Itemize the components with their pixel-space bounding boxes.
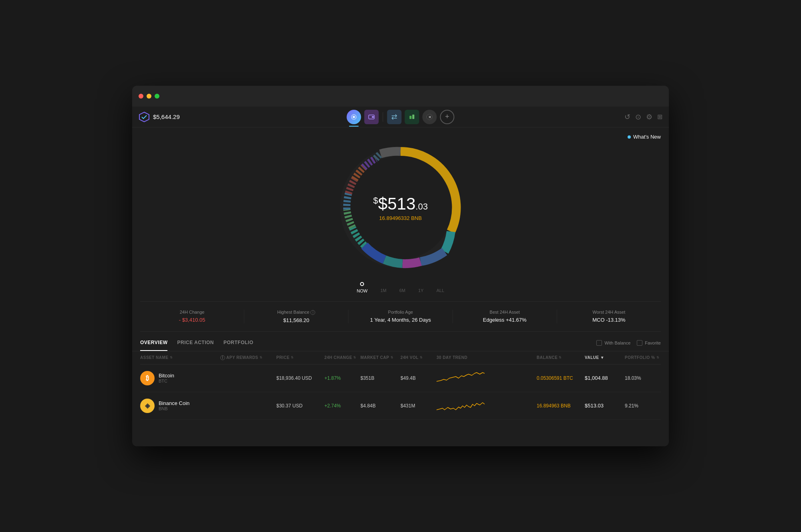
th-trend: 30 DAY TREND	[437, 355, 537, 360]
with-balance-checkbox[interactable]	[596, 340, 602, 346]
stats-row: 24H Change - $3,410.05 Highest Balance i…	[140, 301, 661, 332]
svg-marker-0	[139, 112, 149, 122]
stat-best-asset: Best 24H Asset Edgeless +41.67%	[453, 310, 557, 323]
favorite-filter[interactable]: Favorite	[637, 340, 661, 346]
th-balance[interactable]: BALANCE ⇅	[537, 355, 585, 360]
btc-portfolio: 18.03%	[625, 375, 661, 381]
svg-text:✕: ✕	[428, 115, 431, 119]
th-portfolio[interactable]: PORTFOLIO % ⇅	[625, 355, 661, 360]
donut-chart[interactable]: $$513.03 16.89496332 BNB	[332, 139, 469, 276]
minimize-button[interactable]	[147, 94, 151, 99]
grid-btn[interactable]: ⊞	[657, 113, 662, 121]
sort-asset-icon: ⇅	[170, 356, 173, 359]
plus-nav-btn[interactable]: +	[439, 110, 455, 124]
favorite-checkbox[interactable]	[637, 340, 642, 346]
maximize-button[interactable]	[155, 94, 159, 99]
time-1y[interactable]: 1Y	[418, 282, 423, 293]
close-button[interactable]	[139, 94, 143, 99]
tab-filters: With Balance Favorite	[596, 340, 661, 346]
donut-center: $$513.03 16.89496332 BNB	[373, 194, 428, 221]
sort-apy-icon: ⇅	[260, 356, 263, 359]
asset-table: ASSET NAME ⇅ i APY REWARDS ⇅ PRICE ⇅ 24H…	[132, 351, 669, 420]
tabs-area: OVERVIEW PRICE ACTION PORTFOLIO With Bal…	[132, 335, 669, 351]
tab-price-action[interactable]: PRICE ACTION	[177, 335, 214, 351]
stat-portfolio-age: Portfolio Age 1 Year, 4 Months, 26 Days	[348, 310, 453, 323]
nav-center: ✕ +	[346, 110, 455, 124]
highest-balance-info[interactable]: i	[310, 310, 315, 315]
nav-bar: $5,644.29	[132, 107, 669, 127]
nav-divider	[383, 112, 383, 122]
table-row[interactable]: ◈ Binance Coin BNB $30.37 USD +2.74% $4.…	[140, 392, 661, 420]
th-value[interactable]: VALUE ▼	[585, 355, 625, 360]
stat-worst-value: MCO -13.13%	[564, 317, 654, 323]
history-btn[interactable]: ↺	[624, 113, 630, 121]
apy-info-icon[interactable]: i	[220, 355, 225, 360]
sort-balance-icon: ⇅	[559, 356, 562, 359]
svg-rect-5	[410, 116, 412, 119]
bnb-mcap: $4.84B	[360, 403, 400, 409]
time-all[interactable]: ALL	[437, 282, 445, 293]
sort-vol-icon: ⇅	[420, 356, 423, 359]
stat-highest-value: $11,568.20	[251, 317, 342, 323]
th-24h-vol[interactable]: 24H VOL ⇅	[400, 355, 437, 360]
bnb-vol: $431M	[400, 403, 437, 409]
bnb-portfolio: 9.21%	[625, 403, 661, 409]
profile-btn[interactable]: ⊙	[635, 113, 641, 121]
x-nav-btn[interactable]: ✕	[422, 110, 438, 124]
sort-price-icon: ⇅	[291, 356, 294, 359]
wallet-nav-btn[interactable]	[364, 110, 380, 124]
time-1m[interactable]: 1M	[380, 282, 386, 293]
th-apy[interactable]: i APY REWARDS ⇅	[220, 355, 276, 360]
tab-overview[interactable]: OVERVIEW	[140, 335, 167, 351]
table-header: ASSET NAME ⇅ i APY REWARDS ⇅ PRICE ⇅ 24H…	[140, 351, 661, 365]
titlebar	[132, 86, 669, 107]
th-price[interactable]: PRICE ⇅	[276, 355, 324, 360]
nav-right: ↺ ⊙ ⚙ ⊞	[624, 113, 662, 121]
exchange-nav-btn[interactable]	[386, 110, 403, 124]
stat-best-value: Edgeless +41.67%	[459, 317, 550, 323]
portfolio-nav-btn[interactable]	[346, 110, 362, 124]
btc-asset-cell: ₿ Bitcoin BTC	[140, 371, 220, 385]
bnb-icon: ◈	[140, 399, 155, 413]
tab-portfolio[interactable]: PORTFOLIO	[223, 335, 254, 351]
settings-btn[interactable]: ⚙	[646, 113, 652, 121]
traffic-lights	[139, 94, 159, 99]
btc-value: $1,004.88	[585, 375, 625, 381]
th-24h-change[interactable]: 24H CHANGE ⇅	[324, 355, 360, 360]
with-balance-filter[interactable]: With Balance	[596, 340, 630, 346]
sort-mcap-icon: ⇅	[390, 356, 394, 359]
bnb-value: $513.03	[585, 403, 625, 409]
btc-balance: 0.05306591 BTC	[537, 375, 585, 381]
time-selector: NOW 1M 6M 1Y ALL	[357, 282, 445, 293]
app-logo[interactable]	[139, 111, 150, 123]
donut-sub-value: 16.89496332 BNB	[373, 215, 428, 221]
th-asset-name[interactable]: ASSET NAME ⇅	[140, 355, 220, 360]
svg-point-2	[353, 116, 355, 118]
btc-vol: $49.4B	[400, 375, 437, 381]
time-now[interactable]: NOW	[357, 282, 368, 293]
whats-new-badge[interactable]: What's New	[628, 134, 661, 140]
th-market-cap[interactable]: MARKET CAP ⇅	[360, 355, 400, 360]
stat-24h-value: - $3,410.05	[147, 317, 237, 323]
stat-age-value: 1 Year, 4 Months, 26 Days	[355, 317, 446, 323]
btc-name-cell: Bitcoin BTC	[159, 373, 174, 383]
btc-name: Bitcoin	[159, 373, 174, 379]
staking-nav-btn[interactable]	[404, 110, 420, 124]
table-row[interactable]: ₿ Bitcoin BTC $18,936.40 USD +1.87% $351…	[140, 365, 661, 392]
stat-worst-asset: Worst 24H Asset MCO -13.13%	[557, 310, 661, 323]
with-balance-label: With Balance	[604, 341, 630, 345]
time-6m[interactable]: 6M	[399, 282, 405, 293]
bnb-balance: 16.894963 BNB	[537, 403, 585, 409]
logo-area: $5,644.29	[139, 111, 180, 123]
svg-rect-4	[372, 116, 374, 118]
portfolio-value: $5,644.29	[153, 113, 180, 120]
sort-change-icon: ⇅	[353, 356, 356, 359]
btc-price: $18,936.40 USD	[276, 375, 324, 381]
btc-trend	[437, 369, 537, 387]
donut-main-value: $$513.03	[373, 194, 428, 214]
main-content: What's New	[132, 127, 669, 446]
btc-ticker: BTC	[159, 379, 174, 383]
favorite-label: Favorite	[645, 341, 661, 345]
stat-highest-balance: Highest Balance i $11,568.20	[244, 310, 348, 323]
sort-value-icon: ▼	[600, 355, 604, 360]
